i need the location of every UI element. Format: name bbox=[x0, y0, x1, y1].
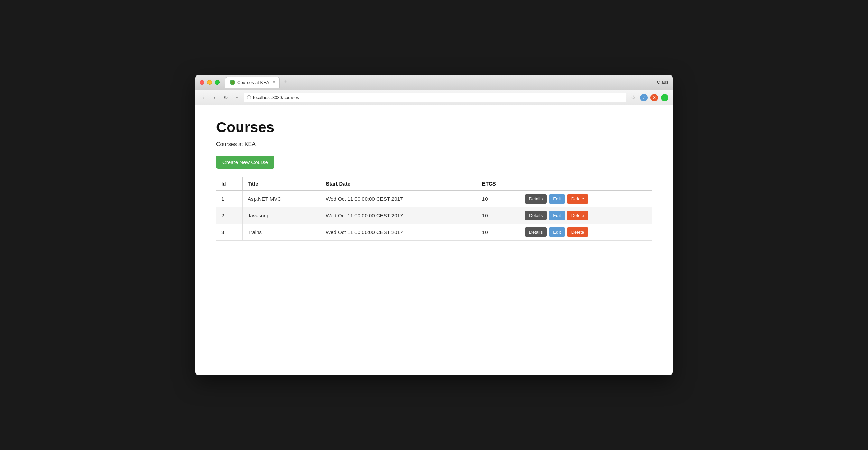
edit-button[interactable]: Edit bbox=[549, 211, 565, 220]
page-content: Courses Courses at KEA Create New Course… bbox=[195, 105, 673, 375]
back-icon: ‹ bbox=[203, 95, 205, 100]
cell-actions: DetailsEditDelete bbox=[520, 224, 652, 241]
user-name: Claus bbox=[657, 80, 668, 85]
cell-title: Trains bbox=[242, 224, 321, 241]
browser-window: 🌿 Courses at KEA × + Claus ‹ › ↻ ⌂ ⓘ loc… bbox=[195, 75, 673, 375]
cell-title: Javascript bbox=[242, 207, 321, 224]
delete-button[interactable]: Delete bbox=[567, 227, 589, 237]
address-bar: ‹ › ↻ ⌂ ⓘ localhost:8080/courses ☆ ✓ ✕ bbox=[195, 90, 673, 105]
action-buttons: DetailsEditDelete bbox=[525, 194, 647, 204]
address-input[interactable]: ⓘ localhost:8080/courses bbox=[244, 93, 626, 102]
create-new-course-button[interactable]: Create New Course bbox=[216, 156, 274, 169]
extension-x-button[interactable]: ✕ bbox=[650, 94, 658, 101]
col-header-actions bbox=[520, 177, 652, 191]
table-body: 1Asp.NET MVCWed Oct 11 00:00:00 CEST 201… bbox=[216, 190, 652, 241]
cell-start-date: Wed Oct 11 00:00:00 CEST 2017 bbox=[321, 207, 477, 224]
cell-etcs: 10 bbox=[477, 224, 520, 241]
home-button[interactable]: ⌂ bbox=[233, 93, 241, 102]
page-title: Courses bbox=[216, 119, 652, 136]
check-icon: ✓ bbox=[642, 95, 646, 100]
title-bar: 🌿 Courses at KEA × + Claus bbox=[195, 75, 673, 90]
star-icon: ☆ bbox=[631, 94, 636, 101]
reload-button[interactable]: ↻ bbox=[222, 93, 230, 102]
page-subtitle: Courses at KEA bbox=[216, 141, 652, 147]
maximize-window-button[interactable] bbox=[215, 80, 220, 85]
courses-table: Id Title Start Date ETCS 1Asp.NET MVCWed… bbox=[216, 177, 652, 241]
edit-button[interactable]: Edit bbox=[549, 227, 565, 237]
cell-start-date: Wed Oct 11 00:00:00 CEST 2017 bbox=[321, 224, 477, 241]
cell-etcs: 10 bbox=[477, 190, 520, 207]
cell-id: 3 bbox=[216, 224, 243, 241]
col-header-etcs: ETCS bbox=[477, 177, 520, 191]
minimize-window-button[interactable] bbox=[207, 80, 212, 85]
cell-actions: DetailsEditDelete bbox=[520, 190, 652, 207]
table-row: 1Asp.NET MVCWed Oct 11 00:00:00 CEST 201… bbox=[216, 190, 652, 207]
col-header-start-date: Start Date bbox=[321, 177, 477, 191]
back-button[interactable]: ‹ bbox=[200, 93, 208, 102]
url-text: localhost:8080/courses bbox=[253, 95, 299, 100]
close-window-button[interactable] bbox=[200, 80, 204, 85]
bookmark-button[interactable]: ☆ bbox=[629, 93, 637, 102]
tab-title: Courses at KEA bbox=[237, 80, 269, 85]
forward-button[interactable]: › bbox=[211, 93, 219, 102]
home-icon: ⌂ bbox=[236, 95, 238, 100]
delete-button[interactable]: Delete bbox=[567, 211, 589, 220]
table-row: 2JavascriptWed Oct 11 00:00:00 CEST 2017… bbox=[216, 207, 652, 224]
extension-arrow-button[interactable]: ↑ bbox=[661, 94, 668, 101]
cell-etcs: 10 bbox=[477, 207, 520, 224]
action-buttons: DetailsEditDelete bbox=[525, 211, 647, 220]
table-row: 3TrainsWed Oct 11 00:00:00 CEST 201710De… bbox=[216, 224, 652, 241]
cell-start-date: Wed Oct 11 00:00:00 CEST 2017 bbox=[321, 190, 477, 207]
cell-actions: DetailsEditDelete bbox=[520, 207, 652, 224]
action-buttons: DetailsEditDelete bbox=[525, 227, 647, 237]
tab-bar: 🌿 Courses at KEA × + bbox=[225, 77, 657, 88]
extension-check-button[interactable]: ✓ bbox=[640, 94, 648, 101]
toolbar-icons: ☆ ✓ ✕ ↑ bbox=[629, 93, 668, 102]
tab-close-icon[interactable]: × bbox=[273, 80, 275, 85]
table-header: Id Title Start Date ETCS bbox=[216, 177, 652, 191]
details-button[interactable]: Details bbox=[525, 194, 547, 204]
tab-favicon-icon: 🌿 bbox=[230, 80, 235, 85]
cell-id: 2 bbox=[216, 207, 243, 224]
details-button[interactable]: Details bbox=[525, 227, 547, 237]
details-button[interactable]: Details bbox=[525, 211, 547, 220]
secure-icon: ⓘ bbox=[247, 94, 251, 100]
traffic-lights bbox=[200, 80, 220, 85]
x-icon: ✕ bbox=[653, 95, 656, 100]
cell-title: Asp.NET MVC bbox=[242, 190, 321, 207]
edit-button[interactable]: Edit bbox=[549, 194, 565, 204]
active-tab[interactable]: 🌿 Courses at KEA × bbox=[225, 77, 280, 88]
new-tab-button[interactable]: + bbox=[281, 78, 291, 87]
table-header-row: Id Title Start Date ETCS bbox=[216, 177, 652, 191]
arrow-icon: ↑ bbox=[664, 95, 666, 100]
delete-button[interactable]: Delete bbox=[567, 194, 589, 204]
col-header-id: Id bbox=[216, 177, 243, 191]
reload-icon: ↻ bbox=[224, 95, 228, 100]
col-header-title: Title bbox=[242, 177, 321, 191]
forward-icon: › bbox=[214, 95, 216, 100]
cell-id: 1 bbox=[216, 190, 243, 207]
